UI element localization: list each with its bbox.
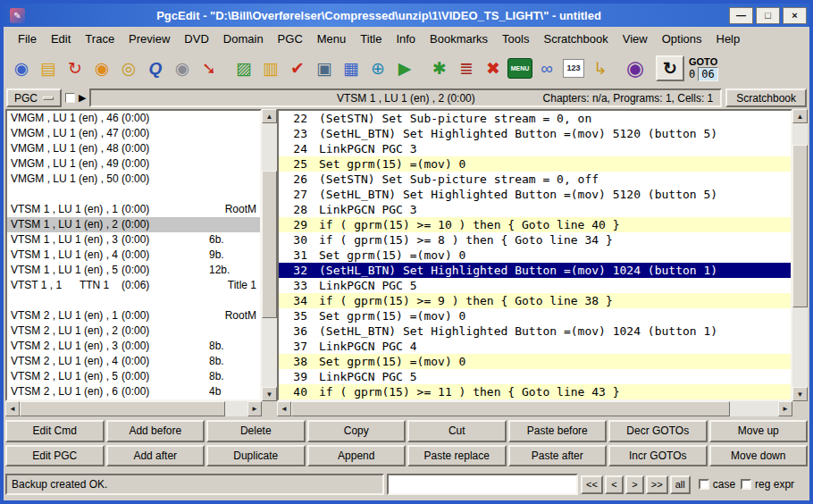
action-button[interactable]: Copy <box>307 420 406 442</box>
export-dvd-icon[interactable]: ➘ <box>196 55 222 82</box>
command-line[interactable]: 25 Set gprm(15) =(mov) 0 <box>279 156 791 172</box>
checkbox[interactable] <box>741 479 751 490</box>
scroll-right-icon[interactable]: ► <box>247 401 262 416</box>
pgc-list-item[interactable]: VTSM 1 , LU 1 (en) , 1 (0:00) RootM <box>7 202 260 217</box>
goto-field[interactable]: 06 <box>698 67 717 81</box>
maximize-button[interactable]: □ <box>756 7 780 24</box>
scroll-down-icon[interactable]: ▼ <box>792 387 808 401</box>
menu-item[interactable]: Domain <box>216 30 271 47</box>
action-button[interactable]: Append <box>307 445 406 467</box>
search-nav-button[interactable]: << <box>581 475 603 494</box>
menu-editor-icon[interactable]: MENU <box>507 55 533 82</box>
action-button[interactable]: Decr GOTOs <box>608 420 708 442</box>
hscroll-thumb[interactable] <box>20 401 225 416</box>
action-button[interactable]: Move up <box>709 420 809 442</box>
pgc-list-item[interactable]: VTSM 1 , LU 1 (en) , 4 (0:00) 9b. <box>7 248 260 263</box>
link-icon[interactable]: ∞ <box>533 55 560 82</box>
menu-item[interactable]: Options <box>655 30 709 47</box>
command-line[interactable]: 35 Set gprm(15) =(mov) 0 <box>279 308 791 323</box>
action-button[interactable]: Edit Cmd <box>5 420 105 442</box>
command-line[interactable]: 28 LinkPGCN PGC 3 <box>279 202 791 217</box>
command-line[interactable]: 33 LinkPGCN PGC 5 <box>279 278 791 293</box>
pgc-list-hscrollbar[interactable]: ◄ ► <box>5 401 262 416</box>
pgc-list-item[interactable]: VTSM 2 , LU 1 (en) , 1 (0:00) RootM <box>7 308 260 323</box>
action-button[interactable]: Edit PGC <box>5 445 105 467</box>
command-line[interactable]: 39 LinkPGCN PGC 5 <box>279 369 791 384</box>
video-player-icon[interactable]: ▶ <box>391 55 418 82</box>
menu-item[interactable]: Title <box>353 30 389 47</box>
save-dvd-icon[interactable]: ◉ <box>88 55 115 82</box>
pgc-list-item[interactable]: VTSM 1 , LU 1 (en) , 2 (0:00) <box>7 217 260 232</box>
pgc-menu-button[interactable]: PGC <box>6 88 62 107</box>
menu-item[interactable]: Scratchbook <box>536 30 615 47</box>
checkbox[interactable] <box>699 479 709 490</box>
scroll-down-icon[interactable]: ▼ <box>262 387 277 401</box>
menu-item[interactable]: File <box>11 30 44 47</box>
search-nav-button[interactable]: < <box>605 475 624 494</box>
menu-item[interactable]: Preview <box>122 30 177 47</box>
action-button[interactable]: Cut <box>407 420 507 442</box>
command-line[interactable]: 32 (SetHL_BTN) Set Highlighted Button =(… <box>279 263 791 278</box>
pgc-list-item[interactable]: VMGM , LU 1 (en) , 50 (0:00) <box>7 172 260 187</box>
command-line[interactable]: 30 if ( gprm(15) >= 8 ) then { Goto line… <box>279 232 791 248</box>
minimize-button[interactable]: — <box>729 7 753 24</box>
search-nav-button[interactable]: >> <box>646 475 668 494</box>
action-button[interactable]: Paste replace <box>407 445 507 467</box>
command-line[interactable]: 26 (SetSTN) Set Sub-picture stream = 0, … <box>279 172 791 187</box>
command-list-vscrollbar[interactable]: ▲ ▼ <box>792 109 808 416</box>
pgc-list-item[interactable]: VTSM 1 , LU 1 (en) , 3 (0:00) 6b. <box>7 232 260 248</box>
command-line[interactable]: 29 if ( gprm(15) >= 10 ) then { Goto lin… <box>279 217 791 232</box>
pgc-list-item[interactable] <box>7 293 260 308</box>
command-line[interactable]: 27 (SetHL_BTN) Set Highlighted Button =(… <box>279 187 791 202</box>
command-list-icon[interactable]: ≣ <box>453 55 480 82</box>
command-line[interactable]: 34 if ( gprm(15) >= 9 ) then { Goto line… <box>279 293 791 308</box>
hscroll-thumb[interactable] <box>291 401 730 416</box>
close-button[interactable]: × <box>783 7 807 24</box>
pgc-list-item[interactable]: VMGM , LU 1 (en) , 47 (0:00) <box>7 126 260 141</box>
preview-monitor-icon[interactable]: ▣ <box>311 55 338 82</box>
command-line[interactable]: 37 LinkPGCN PGC 4 <box>279 339 791 354</box>
action-button[interactable]: Incr GOTOs <box>608 445 708 467</box>
search-dvd-icon[interactable]: Q <box>142 55 169 82</box>
search-nav-button[interactable]: > <box>625 475 644 494</box>
action-button[interactable]: Delete <box>206 420 306 442</box>
dvd-doc-icon[interactable]: ▦ <box>338 55 365 82</box>
action-button[interactable]: Add after <box>106 445 205 467</box>
command-line[interactable]: 22 (SetSTN) Set Sub-picture stream = 0, … <box>279 111 791 126</box>
pgc-checkbox[interactable] <box>65 93 75 103</box>
trace-bug-icon[interactable]: ✱ <box>426 55 453 82</box>
reload-dvd-icon[interactable]: ↻ <box>62 55 88 82</box>
scratchbook-button[interactable]: Scratchbook <box>725 88 807 107</box>
preview-eye-icon[interactable]: ◉ <box>622 55 649 82</box>
menu-item[interactable]: Tools <box>495 30 536 47</box>
command-list-hscrollbar[interactable]: ◄ ► <box>277 401 792 416</box>
pgc-list-item[interactable]: VMGM , LU 1 (en) , 48 (0:00) <box>7 141 260 156</box>
pgc-list-item[interactable] <box>7 187 260 202</box>
menu-item[interactable]: Info <box>389 30 423 47</box>
folder-docs-icon[interactable]: ▥ <box>257 55 284 82</box>
pgc-list-item[interactable]: VTSM 2 , LU 1 (en) , 3 (0:00) 8b. <box>7 339 260 354</box>
action-button[interactable]: Add before <box>106 420 205 442</box>
stop-trace-icon[interactable]: ✖ <box>480 55 507 82</box>
scroll-left-icon[interactable]: ◄ <box>277 401 291 416</box>
pgc-list-item[interactable]: VMGM , LU 1 (en) , 49 (0:00) <box>7 156 260 172</box>
menu-item[interactable]: Bookmarks <box>423 30 495 47</box>
copy-dvd-icon[interactable]: ◉ <box>169 55 196 82</box>
menu-item[interactable]: Help <box>709 30 748 47</box>
dvd-info-icon[interactable]: ◎ <box>115 55 142 82</box>
pgc-list-item[interactable]: VTSM 2 , LU 1 (en) , 2 (0:00) <box>7 323 260 339</box>
command-line[interactable]: 40 if ( gprm(15) >= 11 ) then { Goto lin… <box>279 384 791 399</box>
command-line[interactable]: 38 Set gprm(15) =(mov) 0 <box>279 354 791 369</box>
verify-dvd-icon[interactable]: ✔ <box>284 55 311 82</box>
menu-item[interactable]: PGC <box>271 30 310 47</box>
action-button[interactable]: Paste before <box>508 420 608 442</box>
scroll-left-icon[interactable]: ◄ <box>5 401 20 416</box>
clean-backup-icon[interactable]: ▨ <box>230 55 257 82</box>
scroll-up-icon[interactable]: ▲ <box>792 109 808 123</box>
vscroll-thumb[interactable] <box>792 145 808 308</box>
pgc-list-item[interactable]: VTSM 2 , LU 1 (en) , 4 (0:00) 8b. <box>7 354 260 369</box>
open-folder-icon[interactable]: ▤ <box>35 55 62 82</box>
menu-item[interactable]: Edit <box>44 30 78 47</box>
pgc-list-item[interactable]: VTST 1 , 1 TTN 1 (0:06) Title 1 <box>7 278 260 293</box>
open-dvd-icon[interactable]: ◉ <box>8 55 35 82</box>
